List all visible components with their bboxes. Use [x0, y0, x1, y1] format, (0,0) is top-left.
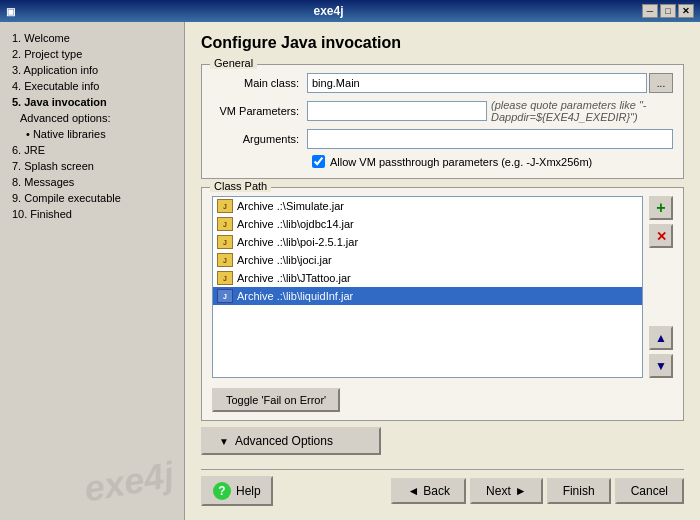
next-label: Next [486, 484, 511, 498]
remove-classpath-button[interactable]: ✕ [649, 224, 673, 248]
list-item-label: Archive .:\lib\joci.jar [237, 254, 332, 266]
up-icon: ▲ [655, 331, 667, 345]
list-item-label: Archive .:\lib\liquidInf.jar [237, 290, 353, 302]
jar-icon: J [217, 271, 233, 285]
cancel-label: Cancel [631, 484, 668, 498]
sidebar-item-project-type[interactable]: 2. Project type [0, 46, 184, 62]
window-controls: ─ □ ✕ [642, 4, 694, 18]
plus-icon: + [656, 199, 665, 217]
general-group: General Main class: ... VM Parameters: (… [201, 64, 684, 179]
sidebar-item-java-invocation[interactable]: 5. Java invocation [0, 94, 184, 110]
arguments-row: Arguments: [212, 129, 673, 149]
vm-params-input[interactable] [307, 101, 487, 121]
vm-params-row: VM Parameters: (please quote parameters … [212, 99, 673, 123]
minimize-button[interactable]: ─ [642, 4, 658, 18]
down-icon: ▼ [655, 359, 667, 373]
advanced-options-label: Advanced Options [235, 434, 333, 448]
main-container: 1. Welcome 2. Project type 3. Applicatio… [0, 22, 700, 520]
help-icon: ? [213, 482, 231, 500]
back-label: Back [423, 484, 450, 498]
close-button[interactable]: ✕ [678, 4, 694, 18]
main-class-input[interactable] [307, 73, 647, 93]
window-title: exe4j [313, 4, 343, 18]
arguments-input[interactable] [307, 129, 673, 149]
sidebar-item-splash[interactable]: 7. Splash screen [0, 158, 184, 174]
list-item-label: Archive .:\lib\poi-2.5.1.jar [237, 236, 358, 248]
main-class-label: Main class: [212, 77, 307, 89]
page-title: Configure Java invocation [201, 34, 684, 52]
back-button[interactable]: ◄ Back [391, 478, 466, 504]
classpath-controls: + ✕ ▲ ▼ [649, 196, 673, 378]
browse-button[interactable]: ... [649, 73, 673, 93]
jar-icon: J [217, 253, 233, 267]
list-item-label: Archive .:\Simulate.jar [237, 200, 344, 212]
sidebar-item-jre[interactable]: 6. JRE [0, 142, 184, 158]
list-item-label: Archive .:\lib\ojdbc14.jar [237, 218, 354, 230]
bottom-bar: ? Help ◄ Back Next ► Finish Cancel [201, 469, 684, 508]
passthrough-label: Allow VM passthrough parameters (e.g. -J… [330, 156, 592, 168]
main-class-row: Main class: ... [212, 73, 673, 93]
classpath-area: J Archive .:\Simulate.jar J Archive .:\l… [212, 196, 673, 378]
arguments-label: Arguments: [212, 133, 307, 145]
toggle-fail-button[interactable]: Toggle 'Fail on Error' [212, 388, 340, 412]
classpath-group: Class Path J Archive .:\Simulate.jar J A… [201, 187, 684, 421]
vm-params-hint: (please quote parameters like "-Dappdir=… [487, 99, 673, 123]
classpath-group-title: Class Path [210, 180, 271, 192]
content-area: Configure Java invocation General Main c… [185, 22, 700, 520]
next-arrow-icon: ► [515, 484, 527, 498]
sidebar-advanced-options: Advanced options: [0, 110, 184, 126]
classpath-list[interactable]: J Archive .:\Simulate.jar J Archive .:\l… [212, 196, 643, 378]
general-group-title: General [210, 57, 257, 69]
add-classpath-button[interactable]: + [649, 196, 673, 220]
jar-icon: J [217, 289, 233, 303]
back-arrow-icon: ◄ [407, 484, 419, 498]
title-bar: ▣ exe4j ─ □ ✕ [0, 0, 700, 22]
cancel-button[interactable]: Cancel [615, 478, 684, 504]
maximize-button[interactable]: □ [660, 4, 676, 18]
list-item[interactable]: J Archive .:\lib\JTattoo.jar [213, 269, 642, 287]
passthrough-checkbox[interactable] [312, 155, 325, 168]
list-item[interactable]: J Archive .:\lib\liquidInf.jar [213, 287, 642, 305]
jar-icon: J [217, 199, 233, 213]
next-button[interactable]: Next ► [470, 478, 543, 504]
vm-params-label: VM Parameters: [212, 105, 307, 117]
sidebar-item-finished[interactable]: 10. Finished [0, 206, 184, 222]
advanced-options-button[interactable]: ▼ Advanced Options [201, 427, 381, 455]
help-label: Help [236, 484, 261, 498]
list-item[interactable]: J Archive .:\lib\ojdbc14.jar [213, 215, 642, 233]
sidebar-watermark: exe4j [81, 456, 176, 507]
move-down-button[interactable]: ▼ [649, 354, 673, 378]
sidebar-native-libraries[interactable]: Native libraries [0, 126, 184, 142]
list-item[interactable]: J Archive .:\lib\poi-2.5.1.jar [213, 233, 642, 251]
passthrough-row: Allow VM passthrough parameters (e.g. -J… [212, 155, 673, 168]
sidebar-item-app-info[interactable]: 3. Application info [0, 62, 184, 78]
move-up-button[interactable]: ▲ [649, 326, 673, 350]
list-item[interactable]: J Archive .:\Simulate.jar [213, 197, 642, 215]
sidebar-item-compile[interactable]: 9. Compile executable [0, 190, 184, 206]
list-item[interactable]: J Archive .:\lib\joci.jar [213, 251, 642, 269]
sidebar: 1. Welcome 2. Project type 3. Applicatio… [0, 22, 185, 520]
finish-label: Finish [563, 484, 595, 498]
sidebar-item-welcome[interactable]: 1. Welcome [0, 30, 184, 46]
dropdown-arrow-icon: ▼ [219, 436, 229, 447]
sidebar-item-messages[interactable]: 8. Messages [0, 174, 184, 190]
finish-button[interactable]: Finish [547, 478, 611, 504]
sidebar-item-exec-info[interactable]: 4. Executable info [0, 78, 184, 94]
list-item-label: Archive .:\lib\JTattoo.jar [237, 272, 351, 284]
title-bar-icon: ▣ [6, 6, 15, 17]
jar-icon: J [217, 217, 233, 231]
remove-icon: ✕ [656, 229, 667, 244]
jar-icon: J [217, 235, 233, 249]
help-button[interactable]: ? Help [201, 476, 273, 506]
